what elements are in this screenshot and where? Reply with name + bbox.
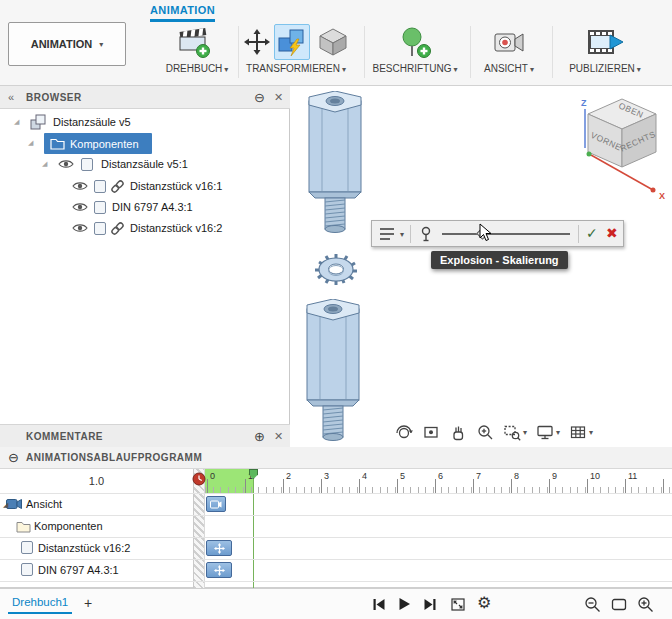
ruler-tick (663, 479, 664, 493)
visibility-eye-icon[interactable] (72, 179, 88, 193)
chevron-down-icon[interactable]: ▾ (556, 428, 560, 437)
fusion-animation-window: ANIMATION ANIMATION ▾ DREHBUCH▾ (0, 0, 672, 619)
expand-arrow-icon[interactable]: ◢ (28, 139, 33, 147)
tree-item-label[interactable]: Distanzstück v16:1 (130, 180, 222, 192)
settings-gear-icon[interactable]: ⚙ (477, 593, 491, 612)
view-camera-icon[interactable] (493, 27, 525, 57)
collapse-timeline-icon[interactable]: ⊖ (8, 450, 19, 465)
skip-to-end-icon[interactable] (423, 598, 437, 611)
look-at-icon[interactable] (422, 423, 440, 441)
storyboard-actions-icon[interactable] (379, 226, 395, 242)
tree-row-component[interactable]: Distanzstück v16:2 (0, 218, 290, 239)
tab-animation[interactable]: ANIMATION (150, 4, 215, 22)
row-divider (0, 537, 672, 538)
chevron-down-icon[interactable]: ▾ (523, 428, 527, 437)
publish-video-icon[interactable] (586, 27, 624, 57)
visibility-eye-icon[interactable] (72, 200, 88, 214)
expand-arrow-icon[interactable]: ◢ (14, 118, 19, 126)
timeline-playhead-line[interactable] (253, 469, 254, 588)
tree-row-component[interactable]: ◢ Distanzsäule v5:1 (0, 154, 290, 175)
add-storyboard-button[interactable]: + (84, 595, 92, 611)
publizieren-menu[interactable]: PUBLIZIEREN▾ (556, 63, 654, 74)
timeline-row-label[interactable]: Distanzstück v16:2 (38, 542, 130, 554)
explode-scale-slider-track[interactable] (442, 233, 570, 235)
manual-explode-icon[interactable] (318, 27, 348, 57)
lock-washer-model[interactable] (313, 251, 359, 287)
selected-tree-item[interactable]: Komponenten (44, 133, 152, 154)
tree-row-root[interactable]: ◢ Distanzsäule v5 (0, 112, 290, 133)
ansicht-menu[interactable]: ANSICHT▾ (470, 63, 548, 74)
window-zoom-icon[interactable]: ▾ (503, 423, 527, 441)
current-time-marker-icon[interactable] (192, 472, 206, 486)
tree-item-label[interactable]: Distanzstück v16:2 (130, 222, 222, 234)
tree-row-komponenten[interactable]: ◢ Komponenten (0, 133, 290, 154)
storyboard-tab[interactable]: Drehbuch1 (8, 594, 72, 614)
chevron-down-icon: ▾ (99, 40, 103, 49)
view-cube[interactable]: OBEN VORNE RECHTS Z X (575, 93, 669, 205)
trigger-icon[interactable] (418, 226, 434, 242)
transform-action-chip[interactable] (206, 562, 232, 578)
beschriftung-menu[interactable]: BESCHRIFTUNG▾ (362, 63, 468, 74)
tree-item-label[interactable]: Komponenten (70, 138, 139, 150)
grid-settings-icon[interactable]: ▾ (569, 423, 593, 441)
ruler-number: 11 (628, 471, 637, 481)
skip-to-start-icon[interactable] (372, 598, 386, 611)
ruler-tick (587, 479, 588, 493)
zoom-out-icon[interactable] (584, 596, 601, 613)
close-comments-icon[interactable]: ✕ (274, 430, 283, 443)
standoff-model-top[interactable] (303, 91, 367, 237)
auto-explode-icon[interactable] (277, 27, 307, 57)
timeline-scale-value[interactable]: 1.0 (0, 475, 193, 487)
close-panel-icon[interactable]: ✕ (274, 91, 283, 104)
toolbar-separator (410, 225, 411, 243)
viewport-3d[interactable]: OBEN VORNE RECHTS Z X ▾ (291, 86, 672, 447)
ok-button[interactable]: ✓ (586, 225, 598, 241)
timeline-row-label[interactable]: Komponenten (34, 520, 103, 532)
browser-panel: « BROWSER ⊖ ✕ ◢ Distanzsäule v5 ◢ Kompon… (0, 86, 290, 447)
chevron-down-icon: ▾ (342, 65, 346, 74)
toolbar-separator (578, 225, 579, 243)
zoom-events-icon[interactable] (450, 597, 466, 612)
standoff-model-bottom[interactable] (301, 299, 365, 445)
linked-component-icon (110, 179, 125, 194)
view-action-chip[interactable] (206, 496, 226, 512)
zoom-fit-icon[interactable] (611, 598, 627, 611)
viewport-navbar: ▾ ▾ ▾ (395, 423, 593, 441)
ruler-tick (549, 479, 550, 493)
chevron-down-icon[interactable]: ▾ (400, 230, 404, 239)
visibility-eye-icon[interactable] (72, 221, 88, 235)
drehbuch-menu[interactable]: DREHBUCH▾ (158, 63, 236, 74)
row-divider (0, 581, 672, 582)
new-callout-icon[interactable] (398, 26, 432, 60)
new-storyboard-icon[interactable] (176, 25, 212, 59)
timeline-row-label[interactable]: Ansicht (26, 498, 62, 510)
tooltip: Explosion - Skalierung (431, 251, 568, 269)
zoom-icon[interactable] (476, 423, 494, 441)
minimize-panel-icon[interactable]: ⊖ (254, 90, 265, 105)
tree-item-label[interactable]: Distanzsäule v5 (53, 116, 131, 128)
orbit-icon[interactable] (395, 423, 413, 441)
expand-comments-icon[interactable]: ⊕ (254, 429, 265, 444)
pan-icon[interactable] (449, 423, 467, 441)
tree-row-component[interactable]: DIN 6797 A4.3:1 (0, 197, 290, 218)
tree-item-label[interactable]: DIN 6797 A4.3:1 (112, 201, 193, 213)
expand-arrow-icon[interactable]: ◢ (3, 501, 8, 509)
toolbar-separator (552, 26, 553, 78)
cancel-button[interactable]: ✖ (606, 225, 618, 241)
visibility-eye-icon[interactable] (58, 157, 74, 171)
workspace-selector[interactable]: ANIMATION ▾ (8, 22, 126, 66)
ruler-tick (245, 479, 246, 493)
chevron-down-icon[interactable]: ▾ (589, 428, 593, 437)
zoom-in-icon[interactable] (637, 596, 654, 613)
expand-arrow-icon[interactable]: ◢ (42, 160, 47, 168)
play-icon[interactable] (398, 597, 411, 611)
transform-action-chip[interactable] (206, 540, 232, 556)
collapse-panel-icon[interactable]: « (8, 91, 14, 103)
tree-item-label[interactable]: Distanzsäule v5:1 (101, 158, 188, 170)
move-components-icon[interactable] (244, 29, 270, 55)
tree-row-component[interactable]: Distanzstück v16:1 (0, 176, 290, 197)
display-settings-icon[interactable]: ▾ (536, 423, 560, 441)
timeline-row-label[interactable]: DIN 6797 A4.3:1 (38, 564, 119, 576)
comments-bar: KOMMENTARE ⊕ ✕ (0, 424, 290, 447)
transformieren-menu[interactable]: TRANSFORMIEREN▾ (232, 63, 360, 74)
